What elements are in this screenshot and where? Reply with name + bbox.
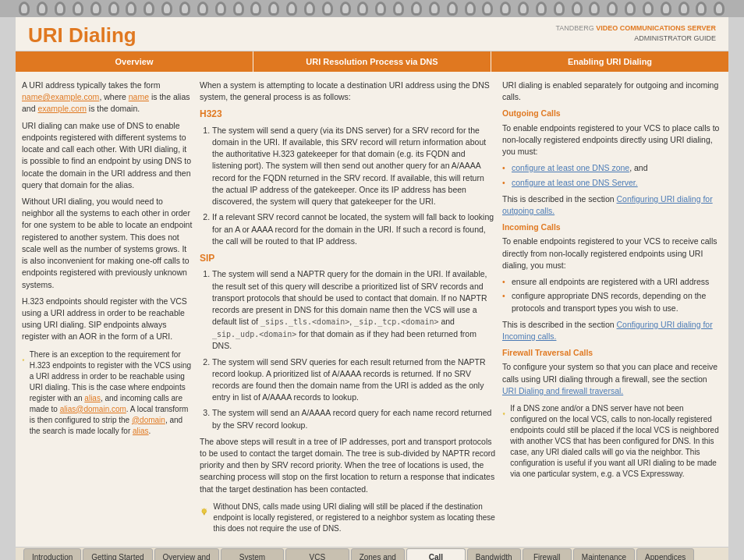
- spiral-binding: [0, 0, 744, 17]
- firewall-heading: Firewall Traversal Calls: [502, 347, 722, 359]
- spiral-ring: [411, 2, 422, 16]
- incoming-bullet-2: configure appropriate DNS records, depen…: [502, 290, 722, 314]
- h323-item-2: If a relevant SRV record cannot be locat…: [212, 211, 496, 247]
- spiral-ring: [340, 2, 351, 16]
- document: URI Dialing TANDBERG VIDEO COMMUNICATION…: [16, 17, 728, 560]
- dns-intro: When a system is attempting to locate a …: [200, 80, 496, 103]
- h323-item-1: The system will send a query (via its DN…: [212, 125, 496, 208]
- spiral-ring: [696, 2, 707, 16]
- col-overview: A URI address typically takes the form n…: [22, 80, 193, 539]
- spiral-ring: [429, 2, 440, 16]
- tab-maintenance[interactable]: Maintenance: [573, 548, 635, 560]
- note-domain-link[interactable]: @domain: [132, 416, 165, 424]
- svg-line-10: [206, 509, 207, 509]
- tab-call-processing[interactable]: CallProcessing: [406, 548, 466, 560]
- incoming-intro: To enable endpoints registered to your V…: [502, 236, 722, 271]
- spiral-ring: [661, 2, 671, 16]
- spiral-ring: [90, 2, 101, 16]
- spiral-ring: [643, 2, 654, 16]
- spiral-ring: [482, 2, 493, 16]
- tab-introduction[interactable]: Introduction: [23, 548, 81, 560]
- spiral-ring: [126, 2, 136, 16]
- overview-p1: A URI address typically takes the form n…: [22, 80, 193, 115]
- bulb-icon: [22, 349, 25, 371]
- note-alias3-link[interactable]: alias: [133, 427, 149, 435]
- col-header-overview: Overview: [16, 51, 253, 72]
- spiral-ring: [197, 2, 208, 16]
- sip-item-2: The system will send SRV queries for eac…: [212, 356, 496, 404]
- tab-getting-started[interactable]: Getting Started: [83, 548, 152, 560]
- tab-overview-status[interactable]: Overview andStatus: [154, 548, 219, 560]
- domain-link[interactable]: example.com: [37, 104, 86, 113]
- overview-p3: Without URI dialing, you would need to n…: [22, 196, 193, 291]
- h323-heading: H323: [200, 108, 496, 121]
- tab-vcs-config[interactable]: VCSConfiguration: [285, 548, 349, 560]
- svg-point-0: [23, 359, 24, 360]
- h323-list: The system will send a query (via its DN…: [212, 125, 496, 247]
- firewall-intro: To configure your system so that you can…: [502, 361, 722, 397]
- spiral-ring: [322, 2, 333, 16]
- bottom-nav: Introduction Getting Started Overview an…: [16, 547, 728, 560]
- mid-note-box: Without DNS, calls made using URI dialin…: [200, 502, 496, 539]
- sip-code-3: _sip._udp.<domain>: [212, 330, 296, 338]
- nav-tabs: Introduction Getting Started Overview an…: [23, 548, 721, 560]
- sip-item-3: The system will send an A/AAAA record qu…: [212, 407, 496, 431]
- spiral-ring: [108, 2, 119, 16]
- svg-rect-7: [204, 513, 205, 514]
- spiral-ring: [215, 2, 226, 16]
- incoming-bullet-1: ensure all endpoints are registered with…: [502, 276, 722, 288]
- spiral-ring: [37, 2, 48, 16]
- left-note-box: There is an exception to the requirement…: [22, 349, 193, 441]
- sip-code-1: _sips._tls.<domain>: [260, 317, 349, 326]
- outgoing-heading: Outgoing Calls: [502, 108, 722, 119]
- bulb-icon-mid: [200, 502, 209, 523]
- name-example-link[interactable]: name@example.com: [22, 92, 99, 101]
- svg-rect-8: [204, 514, 205, 515]
- left-note-text: There is an exception to the requirement…: [30, 349, 193, 437]
- spiral-ring: [447, 2, 458, 16]
- mid-note-text: Without DNS, calls made using URI dialin…: [214, 502, 496, 534]
- incoming-heading: Incoming Calls: [502, 222, 722, 233]
- svg-point-6: [202, 509, 207, 513]
- incoming-ref: This is described in the section Configu…: [502, 319, 722, 342]
- product-name: VIDEO COMMUNICATIONS SERVER: [596, 24, 716, 32]
- note-alias2-link[interactable]: alias@domain.com: [60, 405, 126, 413]
- name-link[interactable]: name: [129, 92, 149, 101]
- outgoing-bullet-2: configure at least one DNS Server.: [502, 177, 722, 189]
- spiral-ring: [554, 2, 565, 16]
- column-headers: Overview URI Resolution Process via DNS …: [16, 51, 728, 72]
- doc-subtitle: TANDBERG VIDEO COMMUNICATIONS SERVER ADM…: [555, 23, 716, 43]
- tab-appendices[interactable]: Appendices: [636, 548, 694, 560]
- spiral-ring: [393, 2, 404, 16]
- incoming-bullets: ensure all endpoints are registered with…: [502, 276, 722, 314]
- tab-bandwidth-control[interactable]: BandwidthControl: [467, 548, 521, 560]
- note-alias-link[interactable]: alias: [84, 394, 101, 402]
- incoming-config-link[interactable]: Configuring URI dialing for Incoming cal…: [502, 320, 713, 341]
- spiral-ring: [268, 2, 279, 16]
- right-note-text: If a DNS zone and/or a DNS server have n…: [510, 403, 722, 480]
- tab-zones-neighbors[interactable]: Zones andNeighbors: [351, 548, 405, 560]
- tab-system-config[interactable]: SystemConfiguration: [221, 548, 284, 560]
- col-enabling: URI dialing is enabled separately for ou…: [502, 80, 722, 539]
- spiral-ring: [500, 2, 511, 16]
- outgoing-ref: This is described in the section Configu…: [502, 193, 722, 217]
- spiral-ring: [286, 2, 297, 16]
- bulb-icon-right: [502, 403, 505, 425]
- dns-server-link[interactable]: configure at least one DNS Server.: [512, 178, 638, 187]
- overview-p2: URI dialing can make use of DNS to enabl…: [22, 120, 193, 191]
- overview-p4: H.323 endpoints should register with the…: [22, 296, 193, 343]
- firewall-link[interactable]: URI Dialing and firewall traversal.: [502, 386, 623, 395]
- sip-heading: SIP: [200, 252, 496, 265]
- guide-label: ADMINISTRATOR GUIDE: [634, 34, 716, 42]
- outgoing-config-link[interactable]: Configuring URI dialing for outgoing cal…: [502, 194, 713, 215]
- spiral-ring: [357, 2, 368, 16]
- doc-title: URI Dialing: [28, 23, 136, 48]
- col-dns: When a system is attempting to locate a …: [200, 80, 496, 539]
- tree-para: The above steps will result in a tree of…: [200, 436, 496, 495]
- dns-zone-link[interactable]: configure at least one DNS zone: [512, 163, 629, 172]
- tab-firewall-traversal[interactable]: FirewallTraversal: [523, 548, 572, 560]
- enabling-intro: URI dialing is enabled separately for ou…: [502, 80, 722, 103]
- spiral-ring: [233, 2, 244, 16]
- doc-header: URI Dialing TANDBERG VIDEO COMMUNICATION…: [16, 17, 728, 51]
- spiral-ring: [572, 2, 583, 16]
